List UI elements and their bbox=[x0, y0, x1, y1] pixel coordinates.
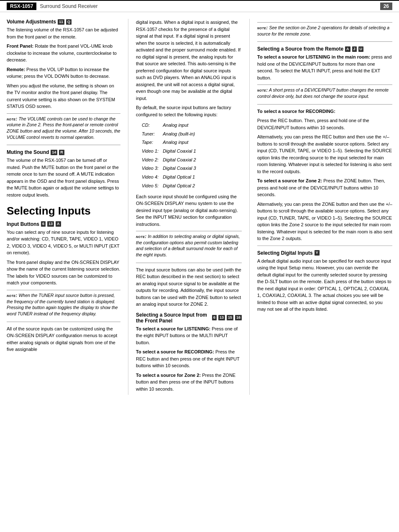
volume-p1: The listening volume of the RSX-1057 can… bbox=[7, 26, 120, 40]
device-cell: Tape: bbox=[142, 138, 162, 146]
table-row: Video 3:Digital Coaxial 3 bbox=[142, 164, 200, 172]
device-cell: CD: bbox=[142, 121, 162, 129]
table-row: Video 5:Digital Optical 2 bbox=[142, 182, 200, 190]
right-note2-body: A short press of a DEVICE/INPUT button c… bbox=[257, 87, 389, 99]
input-note-label: note: bbox=[7, 293, 17, 298]
input-p3: All of the source inputs can be customiz… bbox=[7, 325, 120, 353]
middle-note-label: note: bbox=[136, 234, 146, 239]
remote-zone2-label: To select a source for Zone 2: bbox=[257, 178, 322, 183]
remote-record-heading: To select a source for RECORDING: bbox=[257, 108, 392, 115]
remote-record-text: Press the REC button. Then, press and ho… bbox=[257, 117, 392, 131]
fp-icon-1: 6 bbox=[212, 315, 217, 320]
input-buttons-heading-text: Input Buttons bbox=[7, 221, 39, 227]
page-title: Surround Sound Receiver bbox=[40, 3, 97, 9]
fp-listen: To select a source for LISTENING: Press … bbox=[136, 325, 242, 346]
remote-record-alt: Alternatively, you can press the REC but… bbox=[257, 133, 392, 175]
model-badge: RSX-1057 bbox=[7, 3, 36, 10]
middle-note-text: note: In addition to selecting analog or… bbox=[136, 233, 242, 258]
front-panel-heading-text: Selecting a Source Input from the Front … bbox=[136, 312, 210, 324]
left-column: Volume Adjustments 11 Q The listening vo… bbox=[7, 19, 128, 395]
section-divider bbox=[257, 246, 392, 246]
table-row: Video 4:Digital Optical 1 bbox=[142, 173, 200, 181]
digital-heading: Selecting Digital Inputs Y bbox=[257, 250, 392, 256]
volume-icon-1: 11 bbox=[58, 19, 64, 25]
middle-column: digital inputs. When a digital input is … bbox=[128, 19, 249, 395]
volume-remote-label: Remote: bbox=[7, 67, 25, 72]
page: RSX-1057 Surround Sound Receiver 26 Volu… bbox=[0, 0, 399, 532]
volume-note-body: The VOLUME controls can be used to chang… bbox=[7, 116, 120, 140]
mute-heading-text: Muting the Sound bbox=[7, 149, 49, 155]
fp-record: To select a source for RECORDING: Press … bbox=[136, 348, 242, 369]
input-cell: Analog input bbox=[163, 138, 199, 146]
page-number: 26 bbox=[380, 3, 392, 10]
mute-icon-1: 14 bbox=[51, 150, 57, 155]
middle-p3: Each source input should be configured u… bbox=[136, 193, 242, 228]
middle-note-body: In addition to selecting analog or digit… bbox=[136, 234, 240, 257]
volume-remote: Remote: Press the VOL UP button to incre… bbox=[7, 66, 120, 80]
remote-icon-1: A bbox=[345, 46, 350, 52]
table-row: Tape:Analog input bbox=[142, 138, 200, 146]
input-icon-2: 13 bbox=[47, 221, 54, 227]
input-cell: Digital Optical 1 bbox=[163, 173, 199, 181]
input-note: note: When the TUNER input source button… bbox=[7, 290, 120, 322]
right-top-note-text: note: See the section on Zone 2 operatio… bbox=[257, 25, 392, 37]
selecting-inputs-heading: Selecting Inputs bbox=[7, 205, 120, 217]
input-p1: You can select any of nine source inputs… bbox=[7, 229, 120, 256]
remote-heading-text: Selecting a Source from the Remote bbox=[257, 46, 343, 52]
input-icon-3: A bbox=[56, 221, 61, 227]
remote-zone2-heading: To select a source for Zone 2: Press the… bbox=[257, 177, 392, 198]
digital-heading-text: Selecting Digital Inputs bbox=[257, 250, 313, 256]
right-column: note: See the section on Zone 2 operatio… bbox=[249, 19, 392, 395]
volume-note: note: The VOLUME controls can be used to… bbox=[7, 113, 120, 146]
remote-zone2-alt: Alternatively, you can press the ZONE bu… bbox=[257, 201, 392, 242]
volume-icon-2: Q bbox=[66, 19, 72, 25]
middle-p1: digital inputs. When a digital input is … bbox=[136, 19, 242, 102]
volume-note-text: note: The VOLUME controls can be used to… bbox=[7, 116, 120, 141]
remote-record-label: To select a source for RECORDING: bbox=[257, 109, 335, 114]
input-cell: Digital Coaxial 3 bbox=[163, 164, 199, 172]
input-note-text: note: When the TUNER input source button… bbox=[7, 292, 120, 317]
device-cell: Video 5: bbox=[142, 182, 162, 190]
page-header: RSX-1057 Surround Sound Receiver 26 bbox=[0, 0, 399, 12]
volume-heading: Volume Adjustments 11 Q bbox=[7, 19, 120, 25]
input-cell: Analog input bbox=[163, 121, 199, 129]
remote-icon-2: J bbox=[352, 46, 357, 52]
device-cell: Video 3: bbox=[142, 164, 162, 172]
remote-icon-3: U bbox=[358, 46, 364, 52]
fp-listen-label: To select a source for LISTENING: bbox=[136, 326, 210, 331]
volume-p2: When you adjust the volume, the setting … bbox=[7, 82, 120, 110]
mute-p1: The volume of the RSX-1057 can be turned… bbox=[7, 157, 120, 198]
volume-note-label: note: bbox=[7, 116, 17, 121]
middle-p2: By default, the source input buttons are… bbox=[136, 104, 242, 118]
fp-zone2-label: To select a source for Zone 2: bbox=[136, 373, 201, 378]
remote-heading: Selecting a Source from the Remote A J U bbox=[257, 46, 392, 52]
fp-icon-4: 16 bbox=[235, 315, 242, 320]
digital-icon-1: Y bbox=[315, 250, 320, 256]
mute-heading: Muting the Sound 14 R bbox=[7, 149, 120, 155]
device-cell: Video 1: bbox=[142, 147, 162, 155]
middle-p4: The input source buttons can also be use… bbox=[136, 266, 242, 308]
fp-zone2: To select a source for Zone 2: Press the… bbox=[136, 372, 242, 393]
inputs-table: CD:Analog inputTuner:Analog (built-in)Ta… bbox=[141, 120, 200, 191]
input-buttons-heading: Input Buttons 6 13 A bbox=[7, 221, 120, 227]
input-p2: The front-panel display and the ON-SCREE… bbox=[7, 259, 120, 286]
fp-icon-2: 13 bbox=[218, 315, 225, 320]
mute-icon-2: R bbox=[59, 150, 64, 155]
middle-note: note: In addition to selecting analog or… bbox=[136, 231, 242, 263]
right-top-note: note: See the section on Zone 2 operatio… bbox=[257, 22, 392, 42]
right-top-note-label: note: bbox=[257, 25, 268, 30]
input-icon-1: 6 bbox=[41, 221, 46, 227]
fp-record-label: To select a source for RECORDING: bbox=[136, 349, 214, 354]
table-row: Video 2:Digital Coaxial 2 bbox=[142, 156, 200, 164]
input-cell: Digital Coaxial 1 bbox=[163, 147, 199, 155]
remote-listen: To select a source for LISTENING in the … bbox=[257, 54, 392, 81]
device-cell: Tuner: bbox=[142, 130, 162, 138]
input-cell: Digital Optical 2 bbox=[163, 182, 199, 190]
volume-heading-text: Volume Adjustments bbox=[7, 19, 56, 25]
device-cell: Video 2: bbox=[142, 156, 162, 164]
device-cell: Video 4: bbox=[142, 173, 162, 181]
remote-listen-label: To select a source for LISTENING in the … bbox=[257, 54, 370, 59]
volume-front-label: Front Panel: bbox=[7, 43, 33, 49]
table-row: CD:Analog input bbox=[142, 121, 200, 129]
input-cell: Analog (built-in) bbox=[163, 130, 199, 138]
